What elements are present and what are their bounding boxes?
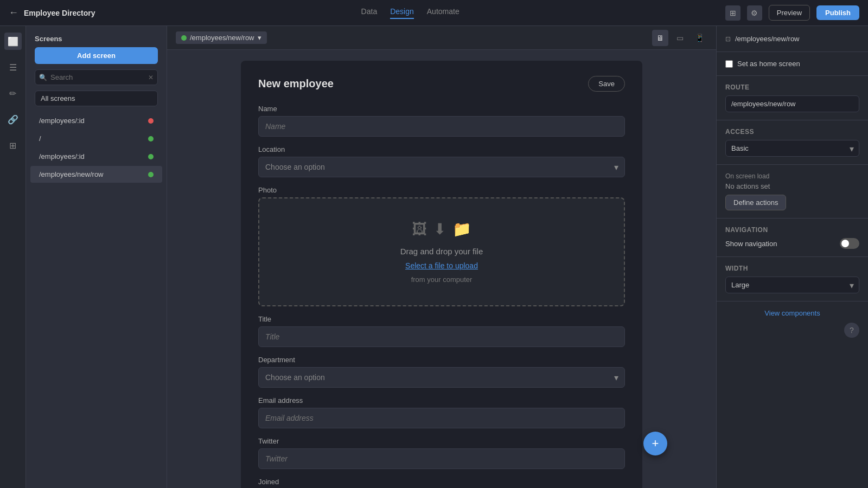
form-group-name: Name	[258, 105, 625, 137]
screen-dot	[148, 154, 154, 159]
no-actions-text: No actions set	[725, 182, 859, 190]
toggle-slider	[840, 238, 859, 249]
sidebar-icon-data[interactable]: ⊞	[4, 137, 22, 154]
form-panel: New employee Save Name Location Choose a…	[241, 61, 642, 488]
department-select[interactable]: Choose an option	[258, 367, 625, 388]
department-select-wrapper: Choose an option	[258, 367, 625, 388]
set-as-home-section: Set as home screen	[717, 52, 868, 76]
right-panel-route: /employees/new/row	[735, 35, 800, 43]
name-input[interactable]	[258, 116, 625, 137]
tab-data[interactable]: Data	[361, 7, 378, 19]
nav-row: Show navigation	[725, 238, 859, 249]
topbar-right: ⊞ ⚙ Preview Publish	[725, 5, 859, 21]
set-as-home-label[interactable]: Set as home screen	[725, 60, 859, 68]
form-group-photo: Photo 🖼 ⬇ 📁 Drag and drop your file Sele…	[258, 186, 625, 306]
screen-item-active[interactable]: /employees/new/row	[30, 166, 162, 183]
search-input[interactable]	[35, 69, 158, 85]
title-label: Title	[258, 315, 625, 323]
settings-icon[interactable]: ⚙	[747, 5, 762, 21]
twitter-input[interactable]	[258, 448, 625, 469]
route-label: /employees/new/row	[190, 34, 254, 42]
right-panel-header: ⊡ /employees/new/row	[717, 26, 868, 52]
topbar: ← Employee Directory Data Design Automat…	[0, 0, 868, 26]
width-select[interactable]: Large	[725, 277, 859, 293]
tab-automate[interactable]: Automate	[427, 7, 459, 19]
name-label: Name	[258, 105, 625, 113]
route-input[interactable]	[725, 95, 859, 112]
desktop-icon[interactable]: 🖥	[652, 30, 668, 46]
canvas: /employees/new/row ▾ 🖥 ▭ 📱 New employee …	[167, 26, 716, 488]
route-label: Route	[725, 84, 859, 91]
save-button[interactable]: Save	[588, 76, 625, 92]
navigation-label: Navigation	[725, 226, 859, 234]
filter-dropdown[interactable]: All screens	[35, 91, 158, 106]
on-screen-load-label: On screen load	[725, 172, 859, 180]
filter-select[interactable]: All screens	[35, 91, 158, 106]
show-navigation-label: Show navigation	[725, 240, 777, 248]
folder-icon: 📁	[452, 220, 471, 238]
tab-design[interactable]: Design	[390, 7, 414, 19]
navigation-section: Navigation Show navigation	[717, 219, 868, 257]
form-title: New employee	[258, 78, 334, 90]
joined-label: Joined	[258, 478, 625, 486]
title-input[interactable]	[258, 326, 625, 347]
clear-icon[interactable]: ✕	[148, 74, 154, 81]
help-area: ?	[717, 325, 868, 346]
screen-list: /employees/:id / /employees/:id /employe…	[26, 112, 167, 183]
twitter-label: Twitter	[258, 437, 625, 445]
access-select[interactable]: Basic	[725, 140, 859, 157]
form-group-title: Title	[258, 315, 625, 347]
on-screen-load-section: On screen load No actions set Define act…	[717, 165, 868, 219]
back-button[interactable]: ←	[9, 7, 18, 18]
sidebar-icon-screens[interactable]: ⬜	[4, 33, 22, 50]
icon-sidebar: ⬜ ☰ ✏ 🔗 ⊞	[0, 26, 26, 488]
device-icons: 🖥 ▭ 📱	[652, 30, 707, 46]
publish-button[interactable]: Publish	[816, 5, 859, 20]
set-as-home-checkbox[interactable]	[725, 60, 733, 68]
location-select-wrapper: Choose an option	[258, 157, 625, 177]
help-icon[interactable]: ?	[844, 323, 859, 338]
search-icon: 🔍	[39, 74, 47, 81]
route-badge[interactable]: /employees/new/row ▾	[176, 31, 267, 44]
screens-header: Screens	[26, 26, 167, 47]
upload-sub: from your computer	[411, 275, 473, 284]
screen-item[interactable]: /	[30, 130, 162, 147]
image-icon: 🖼	[412, 220, 427, 238]
width-select-wrapper: Large	[725, 277, 859, 293]
upload-link[interactable]: Select a file to upload	[405, 261, 478, 270]
preview-button[interactable]: Preview	[769, 5, 810, 21]
access-section: Access Basic	[717, 120, 868, 165]
upload-icon: ⬇	[433, 220, 446, 238]
route-dot	[181, 35, 187, 41]
email-label: Email address	[258, 396, 625, 404]
canvas-scroll: New employee Save Name Location Choose a…	[167, 50, 716, 488]
sidebar-icon-list[interactable]: ☰	[4, 59, 22, 76]
sidebar-icon-edit[interactable]: ✏	[4, 85, 22, 102]
fab-button[interactable]: +	[643, 432, 667, 455]
add-screen-button[interactable]: Add screen	[35, 47, 158, 64]
width-label: Width	[725, 265, 859, 272]
sidebar-icon-link[interactable]: 🔗	[4, 111, 22, 128]
form-title-row: New employee Save	[258, 76, 625, 92]
show-navigation-toggle[interactable]	[840, 238, 859, 249]
tablet-icon[interactable]: ▭	[672, 30, 688, 46]
define-actions-button[interactable]: Define actions	[725, 195, 786, 210]
department-label: Department	[258, 356, 625, 364]
upload-text: Drag and drop your file	[400, 247, 483, 256]
upload-icons: 🖼 ⬇ 📁	[412, 220, 471, 238]
view-components-button[interactable]: View components	[725, 309, 859, 317]
mobile-icon[interactable]: 📱	[691, 30, 707, 46]
responsive-icon[interactable]: ⊞	[725, 5, 741, 21]
screen-item[interactable]: /employees/:id	[30, 148, 162, 165]
upload-area[interactable]: 🖼 ⬇ 📁 Drag and drop your file Select a f…	[258, 197, 625, 306]
screen-dot	[148, 136, 154, 142]
width-section: Width Large	[717, 257, 868, 301]
screen-item[interactable]: /employees/:id	[30, 112, 162, 129]
email-input[interactable]	[258, 408, 625, 428]
app-title: Employee Directory	[24, 9, 95, 17]
right-panel: ⊡ /employees/new/row Set as home screen …	[716, 26, 868, 488]
location-select[interactable]: Choose an option	[258, 157, 625, 177]
location-label: Location	[258, 145, 625, 153]
chevron-down-icon: ▾	[258, 34, 261, 42]
topbar-tabs: Data Design Automate	[361, 7, 459, 19]
